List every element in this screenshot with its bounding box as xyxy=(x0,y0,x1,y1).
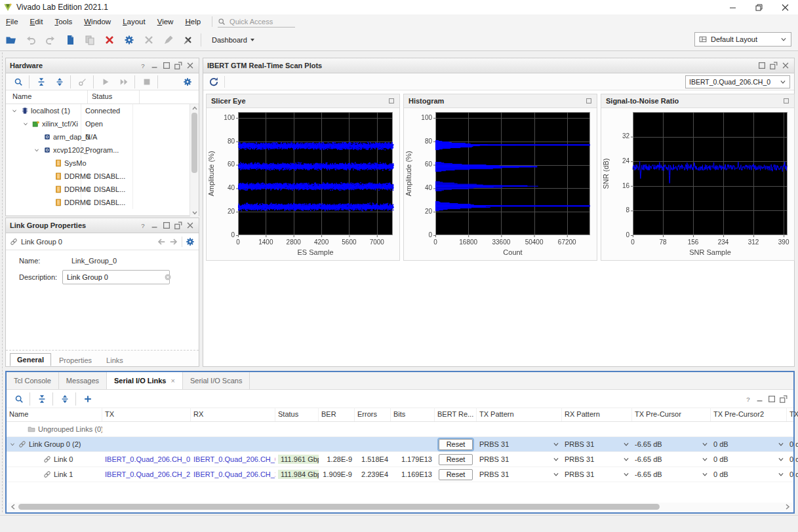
layout-selector[interactable]: Default Layout xyxy=(694,32,791,47)
maximize-panel-icon[interactable] xyxy=(162,221,171,230)
minimize-panel-icon[interactable] xyxy=(150,221,159,230)
minimize-icon[interactable] xyxy=(719,0,746,14)
column-rx-pattern[interactable]: RX Pattern xyxy=(562,408,632,421)
minimize-panel-icon[interactable] xyxy=(150,61,159,70)
scrollbar-thumb[interactable] xyxy=(191,113,197,173)
tab-serial-i-o-scans[interactable]: Serial I/O Scans xyxy=(183,372,250,389)
menu-item-tools[interactable]: Tools xyxy=(49,14,78,29)
table-row[interactable]: Link 0 IBERT_0.Quad_206.CH_0.TX IBERT_0.… xyxy=(7,452,793,467)
clear-icon[interactable] xyxy=(164,273,172,281)
quick-access[interactable] xyxy=(218,16,295,28)
tab-general[interactable]: General xyxy=(10,353,51,366)
expand-all-button[interactable] xyxy=(51,74,68,90)
float-panel-icon[interactable] xyxy=(769,61,778,70)
column-tx[interactable]: TX xyxy=(102,408,191,421)
help-panel-icon[interactable]: ? xyxy=(744,394,753,404)
float-panel-icon[interactable] xyxy=(174,61,183,70)
help-panel-icon[interactable]: ? xyxy=(138,61,148,70)
hardware-panel-header[interactable]: Hardware ? xyxy=(6,58,199,73)
hardware-tree-row[interactable]: xilinx_tcf/Xi Open xyxy=(6,117,199,130)
column-name[interactable]: Name xyxy=(6,90,88,104)
column-tx-pre-cursor[interactable]: TX Pre-Cursor xyxy=(632,408,711,421)
scroll-up-icon[interactable] xyxy=(190,104,199,112)
column-tx-pattern[interactable]: TX Pattern xyxy=(477,408,562,421)
gear-icon[interactable] xyxy=(186,237,195,246)
scroll-left-icon[interactable] xyxy=(8,503,17,511)
menu-item-layout[interactable]: Layout xyxy=(117,14,151,29)
toggle-mark-button[interactable] xyxy=(180,32,197,48)
copy-button[interactable] xyxy=(81,32,98,48)
close-tab-icon[interactable]: × xyxy=(170,377,174,385)
menu-item-window[interactable]: Window xyxy=(78,14,117,29)
horizontal-scrollbar[interactable] xyxy=(8,503,792,511)
tab-messages[interactable]: Messages xyxy=(59,372,107,389)
reset-button[interactable]: Reset xyxy=(439,439,473,450)
scroll-right-icon[interactable] xyxy=(783,503,792,511)
plus-button[interactable] xyxy=(79,391,96,407)
back-arrow-icon[interactable] xyxy=(157,237,166,246)
collapse-all-button[interactable] xyxy=(33,391,50,407)
float-panel-icon[interactable] xyxy=(779,394,788,404)
chart-plot[interactable] xyxy=(404,108,597,259)
reset-button[interactable]: Reset xyxy=(439,454,473,465)
table-row[interactable]: Link Group 0 (2) Reset PRBS 31 PRBS 31 -… xyxy=(7,437,793,452)
run-disabled-button[interactable] xyxy=(140,32,157,48)
undo-button[interactable] xyxy=(22,32,39,48)
column-name[interactable]: Name xyxy=(7,408,102,421)
expander-icon[interactable] xyxy=(11,107,18,114)
maximize-panel-icon[interactable] xyxy=(767,394,776,404)
hardware-tree-row[interactable]: DDRMC DISABL... xyxy=(6,183,199,196)
collapse-all-button[interactable] xyxy=(33,74,50,90)
splitter[interactable] xyxy=(2,52,3,512)
restore-icon[interactable] xyxy=(746,0,772,14)
close-icon[interactable] xyxy=(772,0,798,14)
hardware-tree-row[interactable]: localhost (1) Connected xyxy=(6,104,199,117)
forward-arrow-icon[interactable] xyxy=(169,237,178,246)
expander-icon[interactable] xyxy=(33,147,40,153)
hardware-settings-button[interactable] xyxy=(179,74,196,90)
tab-serial-i-o-links[interactable]: Serial I/O Links× xyxy=(107,372,183,389)
column-tx-p[interactable]: TX P xyxy=(787,408,798,421)
maximize-panel-icon[interactable] xyxy=(162,61,171,70)
hardware-tree-row[interactable]: DDRMC DISABL... xyxy=(6,170,199,183)
close-panel-icon[interactable] xyxy=(186,221,195,230)
plug-button[interactable] xyxy=(74,74,91,90)
chart-plot[interactable] xyxy=(207,108,399,259)
hardware-tree-row[interactable]: arm_dap_0 N/A xyxy=(6,130,199,143)
expand-all-button[interactable] xyxy=(56,391,73,407)
vertical-scrollbar[interactable] xyxy=(190,104,199,217)
hardware-column-headers[interactable]: Name Status xyxy=(6,90,199,104)
open-hardware-target-button[interactable] xyxy=(3,32,20,48)
stop-button[interactable] xyxy=(138,74,155,90)
float-panel-icon[interactable] xyxy=(174,221,183,230)
scan-plots-header[interactable]: IBERT GTM Real-Time Scan Plots xyxy=(203,58,794,73)
chart-plot[interactable] xyxy=(601,108,794,259)
tab-tcl-console[interactable]: Tcl Console xyxy=(7,372,59,389)
close-panel-icon[interactable] xyxy=(186,61,195,70)
hardware-tree-row[interactable]: DDRMC DISABL... xyxy=(6,196,199,209)
delete-button[interactable] xyxy=(101,32,118,48)
scrollbar-thumb[interactable] xyxy=(18,504,660,510)
menu-item-help[interactable]: Help xyxy=(179,14,207,29)
column-errors[interactable]: Errors xyxy=(355,408,391,421)
play-button[interactable] xyxy=(97,74,114,90)
maximize-icon[interactable] xyxy=(783,98,789,104)
dashboard-menu[interactable]: Dashboard xyxy=(212,36,254,44)
search-button[interactable] xyxy=(10,74,27,90)
description-field[interactable] xyxy=(62,270,170,284)
expander-icon[interactable] xyxy=(22,121,29,127)
column-status[interactable]: Status xyxy=(88,90,140,104)
help-panel-icon[interactable]: ? xyxy=(138,221,148,230)
quick-access-input[interactable] xyxy=(228,17,294,26)
menu-item-edit[interactable]: Edit xyxy=(24,14,49,29)
tab-links[interactable]: Links xyxy=(100,354,130,366)
expander-icon[interactable] xyxy=(9,441,16,447)
hardware-tree-row[interactable]: xcvp1202_ Program... xyxy=(6,143,199,157)
tab-properties[interactable]: Properties xyxy=(52,354,98,366)
menu-item-file[interactable]: File xyxy=(0,14,24,29)
maximize-icon[interactable] xyxy=(388,98,395,104)
hardware-tree-row[interactable]: SysMo xyxy=(6,157,199,170)
channel-selector[interactable]: IBERT_0.Quad_206.CH_0 xyxy=(685,75,790,88)
scroll-down-icon[interactable] xyxy=(190,209,199,217)
refresh-icon[interactable] xyxy=(209,77,219,87)
